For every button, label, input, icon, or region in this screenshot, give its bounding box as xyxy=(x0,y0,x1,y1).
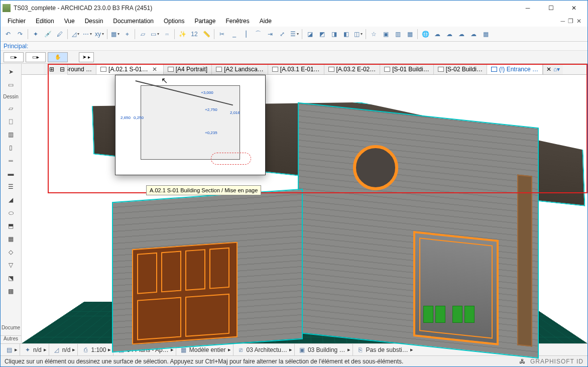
model-filter[interactable]: Modèle entier xyxy=(189,346,226,353)
tab-close-icon[interactable]: ✕ xyxy=(150,66,159,73)
syringe-button[interactable]: 💉 xyxy=(42,29,53,40)
tool-marquee[interactable]: ▭ xyxy=(4,79,19,91)
ruler12-button[interactable]: 12 xyxy=(189,29,200,40)
doc-minimize-icon[interactable]: ─ xyxy=(560,18,565,25)
tool-zone[interactable]: ⬔ xyxy=(4,272,19,284)
eyedropper-button[interactable]: 🖊 xyxy=(54,29,65,40)
cloud3-button[interactable]: ☁ xyxy=(456,29,467,40)
cut-button[interactable]: ✂ xyxy=(216,29,227,40)
menu-documentation[interactable]: Documentation xyxy=(109,16,158,26)
network-icon[interactable]: 🖧 xyxy=(519,358,525,365)
dashline-dropdown[interactable]: ⋯ xyxy=(82,29,93,40)
graphisoft-id[interactable]: GRAPHISOFT ID xyxy=(530,358,583,365)
tab-a021[interactable]: [A.02.1 S-01…✕ xyxy=(96,64,164,74)
tool-stair[interactable]: ☰ xyxy=(4,181,19,193)
cloud5-button[interactable]: ▦ xyxy=(480,29,491,40)
tool-object[interactable]: ▽ xyxy=(4,259,19,271)
magic-button[interactable]: ✨ xyxy=(177,29,188,40)
tool-shell[interactable]: ⬭ xyxy=(4,207,19,219)
override-icon[interactable]: ⎘ xyxy=(357,346,364,353)
tool-beam[interactable]: ═ xyxy=(4,155,19,167)
globe-button[interactable]: 🌐 xyxy=(420,29,431,40)
tool-cw[interactable]: ▦ xyxy=(4,233,19,245)
elev-button[interactable]: ▥ xyxy=(392,29,403,40)
redo-button[interactable]: ↷ xyxy=(15,29,26,40)
override-set[interactable]: Pas de substi… xyxy=(366,346,408,353)
gravity-button[interactable]: ⎓ xyxy=(161,29,172,40)
doc-restore-icon[interactable]: ❐ xyxy=(568,18,573,25)
tab-a2[interactable]: [A2 Landsca… xyxy=(212,64,268,74)
solid-dd[interactable]: ◫ xyxy=(352,29,364,40)
tab-a032[interactable]: [A.03.2 E-02… xyxy=(324,64,381,74)
solid1-button[interactable]: ◪ xyxy=(304,29,315,40)
menu-options[interactable]: Options xyxy=(160,16,188,26)
solid3-button[interactable]: ◨ xyxy=(328,29,339,40)
resize-button[interactable]: ⤢ xyxy=(277,29,288,40)
grid-dropdown[interactable]: ▦ xyxy=(109,29,121,40)
tool-column[interactable]: ▯ xyxy=(4,142,19,154)
menu-aide[interactable]: Aide xyxy=(256,16,276,26)
3d-viewport[interactable] xyxy=(22,75,587,343)
cloud2-button[interactable]: ☁ xyxy=(444,29,455,40)
tab-close-all-icon[interactable]: ✕ xyxy=(546,66,551,73)
maximize-button[interactable]: ☐ xyxy=(539,1,562,15)
tab-a031[interactable]: [A.03.1 E-01… xyxy=(268,64,324,74)
tool-wall[interactable]: ▱ xyxy=(4,102,19,114)
fillet-button[interactable]: ⌒ xyxy=(253,29,264,40)
mode-arrow[interactable]: ➤ ▸ xyxy=(79,52,94,62)
tool-door[interactable]: ⎕ xyxy=(4,115,19,128)
ruler-button[interactable]: 📏 xyxy=(201,29,212,40)
3d-button[interactable]: ▣ xyxy=(380,29,391,40)
mode-select[interactable]: ▭▸ xyxy=(26,52,46,62)
menu-fenetres[interactable]: Fenêtres xyxy=(221,16,253,26)
mode-hand[interactable]: ✋ xyxy=(48,52,68,62)
view-set[interactable]: 03 Architectu… xyxy=(247,346,287,353)
persp-button[interactable]: ▦ xyxy=(404,29,415,40)
menu-fichier[interactable]: Fichier xyxy=(4,16,30,26)
tool-slab[interactable]: ▬ xyxy=(4,168,19,180)
tab-s02[interactable]: [S-02 Buildi… xyxy=(434,64,487,74)
tool-skylight[interactable]: ⬒ xyxy=(4,220,19,232)
view-icon[interactable]: ⎚ xyxy=(238,346,245,353)
minimize-button[interactable]: ─ xyxy=(516,1,539,15)
tab-tree-icon[interactable]: ⊟ xyxy=(60,66,65,73)
tab-entrance[interactable]: (!) Entrance … xyxy=(487,64,543,74)
pick-button[interactable]: ✦ xyxy=(30,29,41,40)
layout-set[interactable]: 03 Building … xyxy=(308,346,345,353)
menu-dessin[interactable]: Dessin xyxy=(81,16,107,26)
plane-button[interactable]: ▱ xyxy=(137,29,148,40)
menu-vue[interactable]: Vue xyxy=(60,16,79,26)
tool-window[interactable]: ▥ xyxy=(4,129,19,141)
tool-morph[interactable]: ◇ xyxy=(4,246,19,258)
undo-button[interactable]: ↶ xyxy=(3,29,14,40)
close-button[interactable]: ✕ xyxy=(562,1,585,15)
tool-roof[interactable]: ◢ xyxy=(4,194,19,206)
offset-button[interactable]: ⇥ xyxy=(265,29,276,40)
xy-dropdown[interactable]: xy xyxy=(94,29,105,40)
menu-partage[interactable]: Partage xyxy=(190,16,219,26)
layer-icon[interactable]: ▤ xyxy=(6,346,13,353)
menu-edition[interactable]: Edition xyxy=(32,16,58,26)
layer-dropdown[interactable]: ▭ xyxy=(149,29,160,40)
angle-dropdown[interactable]: ◿ xyxy=(70,29,81,40)
snap-button[interactable]: ⌖ xyxy=(122,29,133,40)
viewport-area[interactable]: ⊞ ⊟ [0. Ground … [A.02.1 S-01…✕ [A4 Port… xyxy=(22,64,587,343)
fav-button[interactable]: ☆ xyxy=(368,29,379,40)
solid4-button[interactable]: ◧ xyxy=(340,29,351,40)
scale-icon[interactable]: ⎙ xyxy=(82,346,89,353)
tab-new-icon[interactable]: ⌂▾ xyxy=(553,66,560,73)
tab-overview-icon[interactable]: ⊞ xyxy=(49,66,54,73)
relation-dd[interactable]: ☰ xyxy=(289,29,300,40)
cloud1-button[interactable]: ☁ xyxy=(432,29,443,40)
tab-a4[interactable]: [A4 Portrait] xyxy=(164,64,212,74)
split-button[interactable]: ⎮ xyxy=(241,29,252,40)
doc-close-icon[interactable]: ✕ xyxy=(576,18,581,25)
solid2-button[interactable]: ◩ xyxy=(316,29,327,40)
layout-icon[interactable]: ▣ xyxy=(299,346,306,353)
cloud4-button[interactable]: ☁ xyxy=(468,29,479,40)
tool-mesh[interactable]: ▩ xyxy=(4,285,19,297)
tab-s01[interactable]: [S-01 Buildi… xyxy=(380,64,433,74)
mode-marquee[interactable]: ▭▸ xyxy=(4,52,24,62)
trim-button[interactable]: ⎯ xyxy=(228,29,240,40)
tool-arrow[interactable]: ➤ xyxy=(4,66,19,78)
